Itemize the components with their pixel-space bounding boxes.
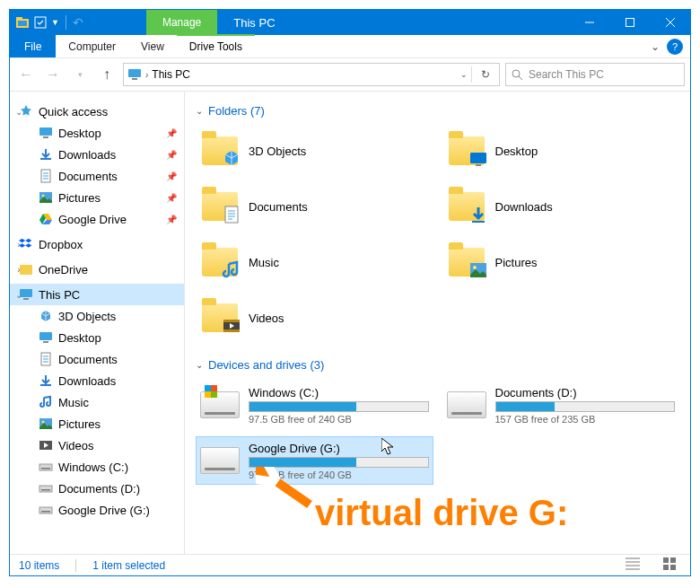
nav-qa-item[interactable]: Desktop📌 bbox=[10, 122, 184, 144]
folder-label: Documents bbox=[249, 200, 429, 214]
folder-tile[interactable]: Desktop bbox=[442, 127, 680, 175]
nav-pc-item[interactable]: Google Drive (G:) bbox=[10, 499, 184, 521]
file-tab[interactable]: File bbox=[10, 35, 56, 57]
svg-rect-16 bbox=[43, 341, 48, 343]
ribbon-tab-computer[interactable]: Computer bbox=[56, 35, 128, 57]
forward-button: → bbox=[42, 64, 64, 85]
svg-rect-27 bbox=[470, 153, 486, 163]
folder-tile[interactable]: Music bbox=[196, 238, 433, 286]
content-pane[interactable]: ⌄ Folders (7) 3D ObjectsDesktopDocuments… bbox=[185, 92, 690, 554]
large-icons-view-button[interactable] bbox=[660, 557, 681, 573]
ribbon-tab-drive-tools[interactable]: Drive Tools bbox=[177, 34, 255, 57]
status-bar: 10 items 1 item selected bbox=[10, 554, 690, 575]
folder-tile[interactable]: Videos bbox=[196, 294, 433, 342]
ribbon-tab-view[interactable]: View bbox=[128, 35, 177, 57]
nav-pc-item[interactable]: Windows (C:) bbox=[10, 456, 184, 478]
qat-dropdown-icon[interactable]: ▼ bbox=[51, 18, 59, 27]
chevron-right-icon[interactable]: › bbox=[145, 70, 148, 80]
group-header-drives[interactable]: ⌄ Devices and drives (3) bbox=[196, 358, 679, 372]
folder-label: Desktop bbox=[495, 145, 676, 158]
svg-point-7 bbox=[512, 70, 520, 77]
nav-pc-item[interactable]: Videos bbox=[10, 434, 184, 456]
nav-pc-item[interactable]: Documents bbox=[10, 348, 184, 370]
address-dropdown-icon[interactable]: ⌄ bbox=[460, 70, 468, 79]
navigation-pane[interactable]: ⌄ Quick access Desktop📌Downloads📌Documen… bbox=[10, 92, 185, 554]
documents-icon bbox=[39, 352, 53, 366]
nav-quick-access[interactable]: ⌄ Quick access bbox=[10, 101, 184, 122]
folder-tile[interactable]: 3D Objects bbox=[196, 127, 433, 175]
address-bar-row: ← → ▾ ↑ › This PC ⌄ ↻ Search This PC bbox=[10, 58, 690, 91]
drive-tile[interactable]: Windows (C:)97.5 GB free of 240 GB bbox=[196, 381, 433, 429]
ribbon-collapse-icon[interactable]: ⌄ bbox=[647, 35, 663, 57]
expand-icon[interactable]: ⌄ bbox=[13, 107, 24, 117]
breadcrumb[interactable]: This PC bbox=[152, 68, 190, 81]
nav-this-pc[interactable]: ⌄ This PC bbox=[10, 284, 184, 305]
folder-icon bbox=[447, 131, 486, 171]
nav-label: 3D Objects bbox=[58, 310, 116, 323]
group-header-folders[interactable]: ⌄ Folders (7) bbox=[196, 104, 679, 118]
close-button[interactable] bbox=[650, 10, 690, 35]
minimize-button[interactable] bbox=[569, 10, 609, 35]
svg-rect-35 bbox=[663, 557, 669, 563]
nav-label: Desktop bbox=[58, 127, 101, 140]
nav-onedrive[interactable]: › OneDrive bbox=[10, 259, 184, 280]
details-view-button[interactable] bbox=[622, 557, 643, 573]
status-item-count: 10 items bbox=[19, 559, 59, 572]
nav-qa-item[interactable]: Documents📌 bbox=[10, 165, 184, 187]
expand-icon[interactable]: › bbox=[13, 265, 24, 275]
drive-icon bbox=[200, 385, 240, 425]
nav-label: Quick access bbox=[39, 105, 108, 118]
svg-rect-33 bbox=[223, 320, 240, 322]
search-placeholder: Search This PC bbox=[529, 68, 604, 81]
collapse-icon[interactable]: ⌄ bbox=[196, 106, 203, 116]
nav-label: Downloads bbox=[58, 374, 116, 388]
recent-locations-icon[interactable]: ▾ bbox=[69, 64, 91, 85]
address-bar[interactable]: › This PC ⌄ ↻ bbox=[123, 63, 500, 86]
help-button[interactable]: ? bbox=[667, 39, 683, 55]
svg-rect-29 bbox=[225, 206, 238, 223]
nav-pc-item[interactable]: Music bbox=[10, 391, 184, 413]
search-box[interactable]: Search This PC bbox=[505, 63, 685, 86]
drive-tile[interactable]: Documents (D:)157 GB free of 235 GB bbox=[442, 381, 680, 429]
drive-free-space: 157 GB free of 235 GB bbox=[495, 414, 676, 425]
svg-rect-2 bbox=[18, 21, 27, 26]
folder-label: Music bbox=[249, 256, 429, 269]
nav-label: Videos bbox=[58, 439, 94, 452]
folder-icon bbox=[447, 242, 486, 282]
pin-icon: 📌 bbox=[166, 215, 177, 224]
nav-pc-item[interactable]: 3D Objects bbox=[10, 305, 184, 327]
manage-contextual-tab[interactable]: Manage bbox=[146, 10, 217, 35]
folder-tile[interactable]: Pictures bbox=[442, 238, 680, 286]
pin-icon: 📌 bbox=[166, 193, 177, 203]
drive-tile[interactable]: Google Drive (G:)97.5 GB free of 240 GB bbox=[196, 436, 433, 485]
videos-icon bbox=[39, 438, 53, 452]
group-label: Devices and drives (3) bbox=[208, 358, 324, 372]
drive-c-icon bbox=[39, 460, 53, 474]
nav-qa-item[interactable]: Pictures📌 bbox=[10, 187, 184, 208]
folder-tile[interactable]: Documents bbox=[196, 182, 433, 231]
drive-d-icon bbox=[39, 481, 53, 496]
nav-pc-item[interactable]: Desktop bbox=[10, 327, 184, 348]
expand-icon[interactable]: ⌄ bbox=[13, 290, 24, 300]
back-button[interactable]: ← bbox=[15, 64, 37, 85]
collapse-icon[interactable]: ⌄ bbox=[196, 360, 203, 370]
capacity-bar bbox=[495, 401, 676, 412]
nav-pc-item[interactable]: Downloads bbox=[10, 370, 184, 391]
up-button[interactable]: ↑ bbox=[96, 64, 118, 85]
nav-label: Documents bbox=[58, 353, 118, 366]
nav-pc-item[interactable]: Documents (D:) bbox=[10, 478, 184, 499]
expand-icon[interactable]: › bbox=[13, 240, 24, 250]
svg-rect-38 bbox=[670, 565, 676, 570]
svg-rect-4 bbox=[626, 19, 634, 27]
ribbon-tabs: File Computer View Drive Tools ⌄ ? bbox=[10, 35, 690, 58]
nav-pc-item[interactable]: Pictures bbox=[10, 413, 184, 434]
nav-label: Desktop bbox=[58, 331, 101, 345]
refresh-button[interactable]: ↻ bbox=[476, 68, 495, 81]
nav-qa-item[interactable]: Google Drive📌 bbox=[10, 208, 184, 230]
nav-qa-item[interactable]: Downloads📌 bbox=[10, 144, 184, 165]
properties-icon[interactable] bbox=[33, 15, 48, 30]
nav-dropbox[interactable]: › Dropbox bbox=[10, 233, 184, 255]
folder-tile[interactable]: Downloads bbox=[442, 182, 680, 231]
svg-rect-1 bbox=[16, 17, 22, 21]
maximize-button[interactable] bbox=[609, 10, 650, 35]
